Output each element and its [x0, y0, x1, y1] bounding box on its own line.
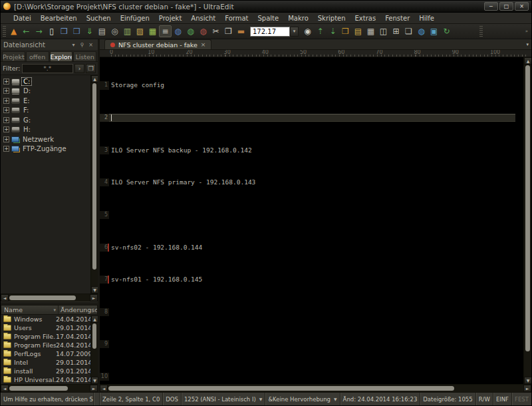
- file-row[interactable]: Windows 24.04.2014 14:: [1, 315, 90, 323]
- file-row[interactable]: Users 29.01.2014 16:: [1, 323, 90, 332]
- status-segment[interactable]: [94, 393, 100, 405]
- back-icon[interactable]: ←: [20, 25, 33, 37]
- status-segment[interactable]: Dateigröße: 1055: [420, 393, 475, 405]
- status-segment[interactable]: FEST: [512, 393, 531, 405]
- scroll-left-icon[interactable]: ◄: [1, 294, 9, 302]
- tree-item[interactable]: + F:: [1, 106, 90, 116]
- editor-line[interactable]: 8: [100, 308, 515, 316]
- expand-icon[interactable]: +: [3, 136, 9, 142]
- cut-icon[interactable]: ✂: [209, 25, 222, 37]
- editor-line[interactable]: 4ILO Server NFS primary - 192.168.0.143: [100, 178, 515, 186]
- scroll-up-icon[interactable]: ▲: [91, 315, 98, 323]
- menu-item[interactable]: Ansicht: [186, 15, 220, 22]
- duplicate-window-icon[interactable]: ❏: [402, 25, 415, 37]
- scrollbar-thumb[interactable]: [92, 323, 96, 349]
- ultraedit-flame-icon[interactable]: ▲: [7, 25, 20, 37]
- expand-icon[interactable]: +: [3, 79, 9, 85]
- scroll-up-icon[interactable]: ▲: [91, 75, 98, 83]
- browser-icon[interactable]: ◍: [415, 25, 428, 37]
- format-lines-icon[interactable]: ▤: [352, 25, 364, 37]
- toolbar-overflow-icon[interactable]: »: [524, 26, 529, 37]
- expand-icon[interactable]: +: [3, 126, 9, 132]
- status-segment[interactable]: R/W: [476, 393, 493, 405]
- print-preview-icon[interactable]: ◎: [108, 25, 121, 37]
- templates-icon[interactable]: ▦: [364, 25, 377, 37]
- status-segment[interactable]: Zeile 2, Spalte 1, C0: [100, 393, 163, 405]
- scroll-right-icon[interactable]: ►: [90, 294, 98, 302]
- tree-item[interactable]: + G:: [1, 115, 90, 125]
- status-segment[interactable]: Um Hilfe zu erhalten, drücken Sie F1: [1, 393, 94, 405]
- tree-item[interactable]: + Netzwerk: [1, 134, 90, 144]
- uppercase-globe-icon[interactable]: ◍: [184, 25, 197, 37]
- menu-item[interactable]: Fenster: [380, 15, 414, 22]
- status-segment[interactable]: Änd: 24.04.2014 16:16:23: [340, 393, 421, 405]
- column-header-date[interactable]: Änderungsdat: [59, 305, 97, 314]
- filter-input[interactable]: [22, 64, 73, 73]
- toolbar-drag-handle[interactable]: [479, 26, 483, 37]
- editor-line[interactable]: 7sv-nfs01 - 192.168.0.145: [100, 276, 515, 284]
- menu-item[interactable]: Makro: [283, 15, 313, 22]
- menu-item[interactable]: Spalte: [253, 15, 284, 22]
- find-icon[interactable]: ◉: [301, 25, 314, 37]
- close-button[interactable]: ×: [515, 2, 529, 11]
- scroll-left-icon[interactable]: ◄: [100, 385, 108, 392]
- scrollbar-thumb[interactable]: [9, 386, 68, 391]
- scroll-down-icon[interactable]: ▼: [91, 377, 98, 384]
- split-window-icon[interactable]: ◫: [377, 25, 390, 37]
- print-icon[interactable]: ▤: [96, 25, 108, 37]
- menu-item[interactable]: Bearbeiten: [36, 15, 82, 22]
- file-row[interactable]: install 29.01.2014 15:: [1, 367, 90, 375]
- scroll-down-icon[interactable]: ▼: [91, 286, 98, 294]
- find-prev-icon[interactable]: ⇡: [314, 25, 327, 37]
- copy-icon[interactable]: ❐: [222, 25, 235, 37]
- favorites-folder-icon[interactable]: ❒: [339, 25, 352, 37]
- expand-icon[interactable]: +: [3, 88, 9, 94]
- editor-line[interactable]: 3ILO Server NFS backup - 192.168.0.142: [100, 146, 515, 154]
- expand-icon[interactable]: +: [3, 98, 9, 104]
- editor-line[interactable]: 9: [100, 340, 515, 348]
- text-content[interactable]: 1Storage config 2 3ILO Server NFS backup…: [100, 57, 515, 384]
- editor-line[interactable]: 5: [100, 211, 515, 219]
- folder-icon[interactable]: ❒: [70, 25, 83, 37]
- menu-item[interactable]: Datei: [9, 15, 36, 22]
- panel-tab[interactable]: offen: [26, 51, 49, 61]
- pin-icon[interactable]: ⚲: [78, 42, 86, 48]
- panel-close-icon[interactable]: ×: [86, 42, 95, 48]
- status-segment[interactable]: EINF: [493, 393, 512, 405]
- menu-item[interactable]: Projekt: [154, 15, 187, 22]
- filter-apply-button[interactable]: ›: [74, 64, 84, 73]
- tree-item[interactable]: + H:: [1, 125, 90, 135]
- scroll-right-icon[interactable]: ►: [523, 385, 531, 392]
- status-segment[interactable]: DOS: [163, 393, 182, 405]
- tree-item[interactable]: + E:: [1, 96, 90, 106]
- browse-folder-icon[interactable]: ❒: [86, 64, 96, 73]
- panel-tab[interactable]: Explorer: [50, 51, 73, 61]
- tree-item[interactable]: + FTP-Zugänge: [1, 144, 90, 154]
- menu-item[interactable]: Hilfe: [414, 15, 439, 22]
- scroll-down-icon[interactable]: ▼: [524, 377, 531, 384]
- spellcheck-globe-icon[interactable]: ◍: [197, 25, 209, 37]
- menu-item[interactable]: Einfügen: [116, 15, 154, 22]
- editor-line[interactable]: 10: [100, 373, 515, 381]
- new-file-icon[interactable]: ▯: [45, 25, 58, 37]
- paste-icon[interactable]: ▬: [235, 25, 247, 37]
- lowercase-globe-icon[interactable]: ◍: [172, 25, 184, 37]
- expand-icon[interactable]: +: [3, 117, 9, 123]
- document-notes-icon[interactable]: ▥: [121, 25, 134, 37]
- file-row[interactable]: Program Files 24.04.2014 14:: [1, 341, 90, 349]
- sync-icon[interactable]: ↻: [440, 25, 453, 37]
- status-segment[interactable]: 1252 (ANSI - Lateinisch I) ▼: [182, 393, 265, 405]
- tree-item[interactable]: + D:: [1, 87, 90, 97]
- expand-icon[interactable]: +: [3, 107, 9, 113]
- file-row[interactable]: HP Universal... 24.04.2014 14:: [1, 375, 90, 384]
- menu-item[interactable]: Skripten: [313, 15, 350, 22]
- menu-item[interactable]: Extras: [350, 15, 381, 22]
- file-row[interactable]: PerfLogs 14.07.2009 05:: [1, 349, 90, 358]
- maximize-button[interactable]: □: [499, 2, 513, 11]
- tab-close-icon[interactable]: ×: [201, 41, 206, 48]
- scrollbar-thumb[interactable]: [525, 65, 530, 351]
- toolbar-drag-handle[interactable]: [3, 26, 6, 37]
- forward-icon[interactable]: →: [33, 25, 45, 37]
- panel-menu-icon[interactable]: ▾: [69, 42, 78, 48]
- hex-mode-icon[interactable]: ≡: [159, 25, 172, 37]
